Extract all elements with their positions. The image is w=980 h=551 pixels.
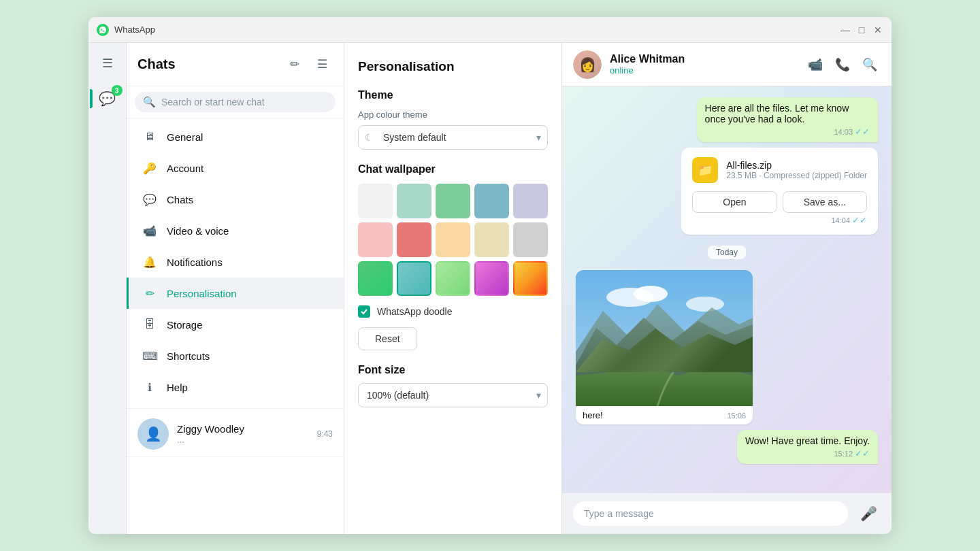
wallpaper-swatch-w6[interactable]	[358, 222, 393, 257]
font-size-select[interactable]: 100% (default) 85% (small) 115% (large) …	[358, 383, 548, 407]
contact-name: Alice Whitman	[610, 53, 796, 65]
wallpaper-swatch-w10[interactable]	[513, 222, 548, 257]
wallpaper-swatch-w1[interactable]	[358, 184, 393, 218]
chats-header-icons: ✏ ☰	[284, 54, 333, 76]
theme-select-wrap: ☾ System default Light Dark ▾	[358, 125, 548, 150]
menu-item-account[interactable]: 🔑 Account	[127, 152, 344, 184]
notifications-icon: 🔔	[142, 254, 157, 269]
contact-info: Alice Whitman online	[610, 53, 796, 76]
video-call-button[interactable]: 📹	[804, 54, 826, 76]
theme-icon: ☾	[365, 132, 374, 143]
svg-point-3	[686, 297, 724, 312]
mountain-photo	[576, 270, 753, 406]
menu-item-video-voice[interactable]: 📹 Video & voice	[127, 215, 344, 246]
filter-button[interactable]: ☰	[311, 54, 333, 76]
chats-menu-icon: 💬	[142, 192, 157, 207]
active-indicator	[90, 89, 93, 108]
file-card-m2: 📁 All-files.zip 23.5 MB · Compressed (zi…	[681, 148, 878, 235]
wallpaper-swatch-w11[interactable]	[358, 261, 393, 296]
video-voice-icon: 📹	[142, 223, 157, 238]
search-chat-button[interactable]: 🔍	[859, 54, 881, 76]
doodle-checkbox[interactable]	[358, 305, 370, 318]
wallpaper-swatch-w12[interactable]	[397, 261, 431, 296]
new-chat-button[interactable]: ✏	[284, 54, 306, 76]
message-out-m4: Wow! Have great time. Enjoy. 15:12 ✓✓	[737, 430, 878, 464]
wallpaper-swatch-w14[interactable]	[474, 261, 509, 296]
account-icon: 🔑	[142, 161, 157, 176]
wallpaper-swatch-w15[interactable]	[513, 261, 548, 296]
chats-panel-title: Chats	[137, 56, 284, 72]
tick-m2: ✓✓	[852, 215, 867, 225]
app-colour-label: App colour theme	[358, 110, 548, 120]
wallpaper-swatch-w9[interactable]	[474, 222, 509, 257]
tick-m1: ✓✓	[855, 127, 870, 137]
help-icon: ℹ	[142, 380, 157, 395]
wallpaper-swatch-w5[interactable]	[513, 184, 548, 218]
maximize-button[interactable]: □	[856, 24, 867, 35]
menu-item-help[interactable]: ℹ Help	[127, 371, 344, 403]
menu-item-shortcuts[interactable]: ⌨ Shortcuts	[127, 340, 344, 371]
menu-item-storage[interactable]: 🗄 Storage	[127, 309, 344, 340]
chat-message-input[interactable]	[573, 501, 848, 526]
wallpaper-swatch-w2[interactable]	[397, 184, 431, 218]
chat-info-ziggy: Ziggy Woodley ...	[177, 423, 309, 445]
theme-section-title: Theme	[358, 89, 548, 101]
message-text-m1: Here are all the files. Let me know once…	[705, 103, 849, 124]
font-section-title: Font size	[358, 364, 548, 376]
search-input[interactable]	[161, 97, 327, 107]
reset-button[interactable]: Reset	[358, 327, 417, 350]
wallpaper-swatch-w7[interactable]	[397, 222, 431, 257]
settings-sidebar: Chats ✏ ☰ 🔍 🖥 General 🔑	[127, 43, 344, 534]
shortcuts-icon: ⌨	[142, 348, 157, 363]
theme-select[interactable]: System default Light Dark	[358, 125, 548, 150]
message-out-m1: Here are all the files. Let me know once…	[697, 97, 878, 142]
chat-preview-ziggy: ...	[177, 435, 309, 445]
contact-avatar[interactable]: 👩	[573, 50, 602, 79]
menu-item-chats[interactable]: 💬 Chats	[127, 184, 344, 215]
personalisation-icon: ✏	[142, 286, 157, 301]
chat-header-actions: 📹 📞 🔍	[804, 54, 881, 76]
wallpaper-swatch-w8[interactable]	[436, 222, 470, 257]
wallpaper-swatch-w4[interactable]	[474, 184, 509, 218]
panel-title: Personalisation	[358, 59, 548, 74]
open-file-button[interactable]: Open	[692, 191, 777, 213]
photo-time: 15:06	[727, 412, 746, 420]
file-info: All-files.zip 23.5 MB · Compressed (zipp…	[726, 160, 867, 180]
whatsapp-logo-icon	[97, 24, 109, 36]
chat-area: 👩 Alice Whitman online 📹 📞 🔍 Here are al…	[562, 43, 892, 534]
voice-call-button[interactable]: 📞	[832, 54, 853, 76]
svg-point-2	[634, 286, 668, 302]
wallpaper-swatch-w3[interactable]	[436, 184, 470, 218]
app-body: ☰ 💬 3 Chats ✏ ☰ 🔍	[88, 43, 892, 534]
file-icon: 📁	[692, 157, 718, 183]
photo-message-m3[interactable]: here! 15:06	[576, 270, 753, 424]
wallpaper-grid	[358, 184, 548, 296]
minimize-button[interactable]: —	[840, 24, 851, 35]
hamburger-menu-button[interactable]: ☰	[95, 51, 120, 76]
menu-item-personalisation[interactable]: ✏ Personalisation	[127, 278, 344, 309]
doodle-row: WhatsApp doodle	[358, 305, 548, 318]
menu-label-chats: Chats	[167, 194, 193, 205]
menu-item-general[interactable]: 🖥 General	[127, 121, 344, 152]
close-button[interactable]: ✕	[872, 24, 883, 35]
doodle-label: WhatsApp doodle	[377, 306, 453, 317]
wallpaper-swatch-w13[interactable]	[436, 261, 470, 296]
svg-marker-6	[576, 364, 753, 406]
chats-nav-item[interactable]: 💬 3	[95, 86, 120, 111]
chat-name-ziggy: Ziggy Woodley	[177, 423, 309, 435]
search-bar: 🔍	[127, 86, 344, 118]
microphone-button[interactable]: 🎤	[856, 501, 881, 526]
chat-messages: Here are all the files. Let me know once…	[562, 86, 892, 493]
file-actions: Open Save as...	[692, 191, 867, 213]
chat-input-bar: 🎤	[562, 493, 892, 534]
tick-m4: ✓✓	[855, 448, 870, 458]
general-icon: 🖥	[142, 129, 157, 144]
chat-list-item[interactable]: 👤 Ziggy Woodley ... 9:43	[127, 412, 344, 457]
menu-item-notifications[interactable]: 🔔 Notifications	[127, 246, 344, 278]
photo-caption: here!	[583, 410, 603, 420]
file-meta: 23.5 MB · Compressed (zipped) Folder	[726, 171, 867, 180]
menu-label-account: Account	[167, 163, 203, 174]
save-as-button[interactable]: Save as...	[783, 191, 867, 213]
sidebar-narrow: ☰ 💬 3	[88, 43, 127, 534]
menu-label-storage: Storage	[167, 319, 203, 331]
